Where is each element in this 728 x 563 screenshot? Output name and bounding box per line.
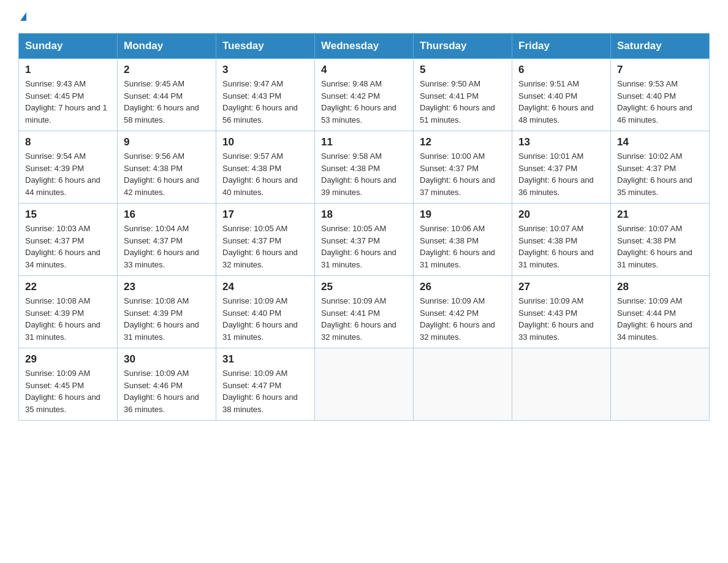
day-number: 21 [617, 209, 703, 221]
calendar-cell: 21Sunrise: 10:07 AMSunset: 4:38 PMDaylig… [611, 204, 710, 276]
day-number: 22 [25, 281, 111, 293]
logo [18, 12, 26, 21]
calendar-cell: 24Sunrise: 10:09 AMSunset: 4:40 PMDaylig… [216, 276, 315, 348]
calendar-cell: 15Sunrise: 10:03 AMSunset: 4:37 PMDaylig… [19, 204, 118, 276]
day-info: Sunrise: 9:45 AMSunset: 4:44 PMDaylight:… [124, 78, 210, 126]
calendar-cell: 4Sunrise: 9:48 AMSunset: 4:42 PMDaylight… [315, 59, 414, 131]
day-number: 2 [124, 64, 210, 76]
day-info: Sunrise: 10:07 AMSunset: 4:38 PMDaylight… [518, 223, 604, 270]
calendar-header-sunday: Sunday [19, 34, 118, 59]
calendar-cell: 14Sunrise: 10:02 AMSunset: 4:37 PMDaylig… [611, 131, 710, 204]
calendar-header-monday: Monday [118, 34, 216, 59]
calendar-header-friday: Friday [512, 34, 611, 59]
day-number: 19 [420, 209, 506, 221]
calendar-cell [414, 348, 512, 421]
calendar-cell: 18Sunrise: 10:05 AMSunset: 4:37 PMDaylig… [315, 204, 414, 276]
calendar-cell: 5Sunrise: 9:50 AMSunset: 4:41 PMDaylight… [414, 59, 512, 131]
day-number: 27 [518, 281, 604, 293]
day-number: 24 [222, 281, 308, 293]
day-info: Sunrise: 9:51 AMSunset: 4:40 PMDaylight:… [518, 78, 604, 126]
day-number: 11 [321, 136, 407, 148]
calendar-cell: 27Sunrise: 10:09 AMSunset: 4:43 PMDaylig… [512, 276, 611, 348]
calendar-week-row: 29Sunrise: 10:09 AMSunset: 4:45 PMDaylig… [19, 348, 710, 421]
calendar-week-row: 22Sunrise: 10:08 AMSunset: 4:39 PMDaylig… [19, 276, 710, 348]
calendar-cell: 10Sunrise: 9:57 AMSunset: 4:38 PMDayligh… [216, 131, 315, 204]
day-number: 9 [124, 136, 210, 148]
day-number: 18 [321, 209, 407, 221]
calendar-cell: 12Sunrise: 10:00 AMSunset: 4:37 PMDaylig… [414, 131, 512, 204]
day-info: Sunrise: 10:07 AMSunset: 4:38 PMDaylight… [617, 223, 703, 270]
day-info: Sunrise: 9:48 AMSunset: 4:42 PMDaylight:… [321, 78, 407, 126]
calendar-cell: 25Sunrise: 10:09 AMSunset: 4:41 PMDaylig… [315, 276, 414, 348]
logo-triangle-icon [20, 12, 26, 21]
day-number: 12 [420, 136, 506, 148]
calendar-header-wednesday: Wednesday [315, 34, 414, 59]
day-info: Sunrise: 10:00 AMSunset: 4:37 PMDaylight… [420, 150, 506, 198]
day-info: Sunrise: 10:09 AMSunset: 4:40 PMDaylight… [222, 295, 308, 343]
calendar-cell: 3Sunrise: 9:47 AMSunset: 4:43 PMDaylight… [216, 59, 315, 131]
day-info: Sunrise: 10:09 AMSunset: 4:44 PMDaylight… [617, 295, 703, 343]
day-number: 4 [321, 64, 407, 76]
day-number: 6 [518, 64, 604, 76]
day-info: Sunrise: 9:57 AMSunset: 4:38 PMDaylight:… [222, 150, 308, 198]
day-info: Sunrise: 9:50 AMSunset: 4:41 PMDaylight:… [420, 78, 506, 126]
day-info: Sunrise: 10:06 AMSunset: 4:38 PMDaylight… [420, 223, 506, 270]
calendar-cell: 8Sunrise: 9:54 AMSunset: 4:39 PMDaylight… [19, 131, 118, 204]
day-info: Sunrise: 10:08 AMSunset: 4:39 PMDaylight… [25, 295, 111, 343]
day-info: Sunrise: 9:43 AMSunset: 4:45 PMDaylight:… [25, 78, 111, 126]
day-number: 8 [25, 136, 111, 148]
day-info: Sunrise: 10:09 AMSunset: 4:41 PMDaylight… [321, 295, 407, 343]
calendar-header-saturday: Saturday [611, 34, 710, 59]
day-number: 16 [124, 209, 210, 221]
day-number: 15 [25, 209, 111, 221]
calendar-cell: 23Sunrise: 10:08 AMSunset: 4:39 PMDaylig… [118, 276, 216, 348]
calendar-cell: 6Sunrise: 9:51 AMSunset: 4:40 PMDaylight… [512, 59, 611, 131]
calendar-cell: 2Sunrise: 9:45 AMSunset: 4:44 PMDaylight… [118, 59, 216, 131]
calendar-cell: 17Sunrise: 10:05 AMSunset: 4:37 PMDaylig… [216, 204, 315, 276]
day-number: 20 [518, 209, 604, 221]
day-info: Sunrise: 10:09 AMSunset: 4:47 PMDaylight… [222, 367, 308, 415]
calendar-cell: 11Sunrise: 9:58 AMSunset: 4:38 PMDayligh… [315, 131, 414, 204]
day-info: Sunrise: 9:47 AMSunset: 4:43 PMDaylight:… [222, 78, 308, 126]
calendar-cell: 9Sunrise: 9:56 AMSunset: 4:38 PMDaylight… [118, 131, 216, 204]
calendar-cell: 20Sunrise: 10:07 AMSunset: 4:38 PMDaylig… [512, 204, 611, 276]
day-number: 13 [518, 136, 604, 148]
day-info: Sunrise: 10:04 AMSunset: 4:37 PMDaylight… [124, 223, 210, 270]
day-info: Sunrise: 10:09 AMSunset: 4:43 PMDaylight… [518, 295, 604, 343]
day-info: Sunrise: 10:08 AMSunset: 4:39 PMDaylight… [124, 295, 210, 343]
day-number: 17 [222, 209, 308, 221]
calendar-header-tuesday: Tuesday [216, 34, 315, 59]
calendar-week-row: 15Sunrise: 10:03 AMSunset: 4:37 PMDaylig… [19, 204, 710, 276]
day-info: Sunrise: 10:03 AMSunset: 4:37 PMDaylight… [25, 223, 111, 270]
day-number: 5 [420, 64, 506, 76]
calendar-cell [512, 348, 611, 421]
calendar-cell: 29Sunrise: 10:09 AMSunset: 4:45 PMDaylig… [19, 348, 118, 421]
day-number: 23 [124, 281, 210, 293]
day-number: 25 [321, 281, 407, 293]
calendar-cell [315, 348, 414, 421]
calendar-cell: 13Sunrise: 10:01 AMSunset: 4:37 PMDaylig… [512, 131, 611, 204]
day-info: Sunrise: 10:05 AMSunset: 4:37 PMDaylight… [222, 223, 308, 270]
day-info: Sunrise: 10:05 AMSunset: 4:37 PMDaylight… [321, 223, 407, 270]
calendar-table: SundayMondayTuesdayWednesdayThursdayFrid… [18, 33, 710, 421]
day-info: Sunrise: 9:54 AMSunset: 4:39 PMDaylight:… [25, 150, 111, 198]
calendar-week-row: 8Sunrise: 9:54 AMSunset: 4:39 PMDaylight… [19, 131, 710, 204]
day-info: Sunrise: 10:02 AMSunset: 4:37 PMDaylight… [617, 150, 703, 198]
day-number: 28 [617, 281, 703, 293]
calendar-cell: 19Sunrise: 10:06 AMSunset: 4:38 PMDaylig… [414, 204, 512, 276]
calendar-cell: 31Sunrise: 10:09 AMSunset: 4:47 PMDaylig… [216, 348, 315, 421]
day-number: 31 [222, 353, 308, 366]
day-number: 26 [420, 281, 506, 293]
calendar-cell [611, 348, 710, 421]
day-info: Sunrise: 10:09 AMSunset: 4:42 PMDaylight… [420, 295, 506, 343]
calendar-cell: 22Sunrise: 10:08 AMSunset: 4:39 PMDaylig… [19, 276, 118, 348]
day-info: Sunrise: 9:56 AMSunset: 4:38 PMDaylight:… [124, 150, 210, 198]
day-number: 1 [25, 64, 111, 76]
day-number: 14 [617, 136, 703, 148]
day-info: Sunrise: 10:09 AMSunset: 4:45 PMDaylight… [25, 367, 111, 415]
calendar-cell: 7Sunrise: 9:53 AMSunset: 4:40 PMDaylight… [611, 59, 710, 131]
day-number: 7 [617, 64, 703, 76]
day-info: Sunrise: 9:58 AMSunset: 4:38 PMDaylight:… [321, 150, 407, 198]
page-header [18, 12, 710, 21]
calendar-cell: 26Sunrise: 10:09 AMSunset: 4:42 PMDaylig… [414, 276, 512, 348]
